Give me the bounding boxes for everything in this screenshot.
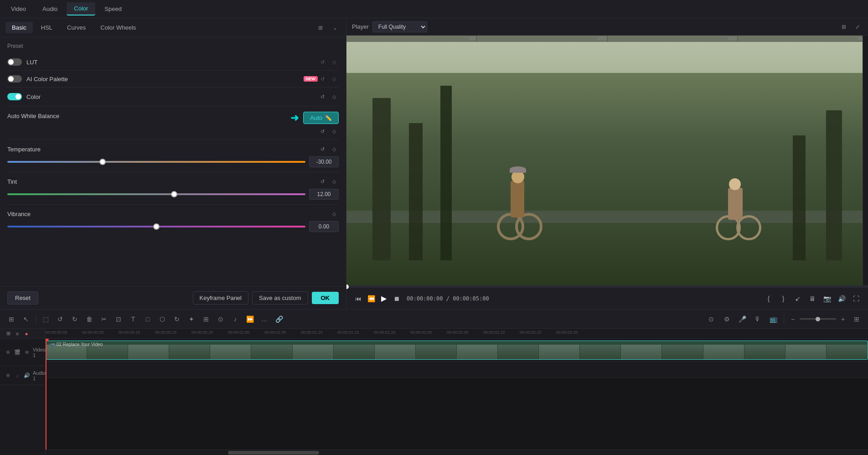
vibrance-thumb[interactable] <box>153 223 160 230</box>
video-track-mute-icon[interactable]: 👁 <box>23 348 31 357</box>
crop-icon[interactable]: ⊡ <box>112 312 125 326</box>
tab-audio[interactable]: Audio <box>35 3 65 15</box>
undo-icon[interactable]: ↺ <box>53 312 67 326</box>
tint-reset-icon[interactable]: ↺ <box>318 177 327 186</box>
timeline-scroll[interactable] <box>46 450 868 455</box>
temperature-thumb[interactable] <box>99 159 106 165</box>
subtab-color-wheels[interactable]: Color Wheels <box>94 22 142 33</box>
ai-reset-icon[interactable]: ↺ <box>318 74 327 83</box>
keyframe-panel-button[interactable]: Keyframe Panel <box>193 291 249 305</box>
filter-icon[interactable]: ⊙ <box>214 312 227 326</box>
insert-icon[interactable]: ↙ <box>791 292 804 305</box>
audio-track-media-icon[interactable]: ♪ <box>13 372 21 380</box>
frame-back-button[interactable]: ⏪ <box>365 292 377 305</box>
track-record-icon[interactable]: ● <box>22 329 31 338</box>
transition-icon[interactable]: ⊞ <box>199 312 213 326</box>
subtab-hsl[interactable]: HSL <box>35 22 59 33</box>
audio-icon[interactable]: ♪ <box>228 312 242 326</box>
video-clip[interactable]: 📹 02 Replace Your Video <box>46 341 868 360</box>
snapshot-icon[interactable]: 📷 <box>821 292 833 305</box>
mark-in-icon[interactable]: { <box>762 292 775 305</box>
temperature-track[interactable] <box>7 161 305 163</box>
track-add-icon[interactable]: ⊞ <box>4 329 13 338</box>
vibrance-value[interactable]: 0.00 <box>309 221 339 232</box>
vibrance-track[interactable] <box>7 226 305 228</box>
awb-diamond-icon[interactable]: ◇ <box>330 127 339 136</box>
grid-icon[interactable]: ⊞ <box>5 312 18 326</box>
lut-settings-icon[interactable]: ◇ <box>330 57 339 67</box>
tint-diamond-icon[interactable]: ◇ <box>330 177 339 186</box>
tab-speed[interactable]: Speed <box>97 3 129 15</box>
zoom-slider[interactable] <box>800 318 836 320</box>
fullscreen-icon[interactable]: ⛶ <box>850 292 863 305</box>
vibrance-diamond-icon[interactable]: ◇ <box>330 209 339 218</box>
temperature-reset-icon[interactable]: ↺ <box>318 145 327 154</box>
voice-icon[interactable]: 🎙 <box>751 312 765 326</box>
tint-value[interactable]: 12.00 <box>309 189 339 200</box>
audio-track-add-icon[interactable]: ⊕ <box>4 372 12 380</box>
marquee-icon[interactable]: ⬚ <box>39 312 52 326</box>
tab-color[interactable]: Color <box>67 2 95 16</box>
clip-thumb-11 <box>457 345 498 360</box>
screen-icon[interactable]: 📺 <box>766 312 780 326</box>
quality-select[interactable]: Full Quality Half Quality Quarter Qualit… <box>372 21 427 32</box>
shape-icon[interactable]: □ <box>141 312 155 326</box>
ok-button[interactable]: OK <box>312 292 339 304</box>
awb-reset-icon[interactable]: ↺ <box>318 127 327 136</box>
grid-view-icon[interactable]: ⊞ <box>839 22 849 32</box>
audio-track-mute-icon[interactable]: 🔊 <box>23 372 31 380</box>
marker-icon[interactable]: ⊙ <box>704 312 718 326</box>
timeline-playhead[interactable] <box>46 339 46 450</box>
ai-color-toggle[interactable] <box>7 75 22 83</box>
lut-toggle[interactable] <box>7 58 22 66</box>
volume-icon[interactable]: 🔊 <box>835 292 848 305</box>
split-icon[interactable]: ✂ <box>97 312 111 326</box>
temperature-diamond-icon[interactable]: ◇ <box>330 145 339 154</box>
monitor-icon[interactable]: 🖥 <box>806 292 819 305</box>
tint-track[interactable] <box>7 193 305 195</box>
play-button[interactable]: ▶ <box>377 292 390 305</box>
rotate-icon[interactable]: ↻ <box>170 312 184 326</box>
ai-settings-icon[interactable]: ◇ <box>330 74 339 83</box>
temperature-value[interactable]: -30.00 <box>309 156 339 167</box>
effect-icon[interactable]: ✦ <box>185 312 198 326</box>
redo-icon[interactable]: ↻ <box>68 312 82 326</box>
track-seq-icon[interactable]: ≡ <box>13 329 22 338</box>
video-track-media-icon[interactable]: 🎬 <box>13 348 21 357</box>
select-icon[interactable]: ↖ <box>19 312 33 326</box>
sticker-icon[interactable]: ⬡ <box>155 312 169 326</box>
panel-view-icon[interactable]: ⊞ <box>315 22 326 33</box>
text-icon[interactable]: T <box>126 312 140 326</box>
right-scroll-bar[interactable] <box>863 36 868 285</box>
reset-button[interactable]: Reset <box>7 291 38 305</box>
timeline-ruler[interactable]: 00:00:00:00 00:00:00:05 00:00:00:10 00:0… <box>46 329 868 339</box>
mark-out-icon[interactable]: } <box>777 292 790 305</box>
zoom-in-btn[interactable]: + <box>838 314 848 324</box>
settings-icon[interactable]: ⚙ <box>720 312 734 326</box>
panel-toggle-icon[interactable]: ⌄ <box>330 22 341 33</box>
scroll-thumb[interactable] <box>228 451 319 455</box>
progress-bar[interactable] <box>346 286 868 288</box>
more-icon[interactable]: … <box>258 312 271 326</box>
zoom-out-btn[interactable]: − <box>788 314 798 324</box>
subtab-curves[interactable]: Curves <box>61 22 92 33</box>
grid-layout-icon[interactable]: ⊞ <box>850 312 863 326</box>
mic-icon[interactable]: 🎤 <box>735 312 749 326</box>
color-toggle[interactable] <box>7 93 22 100</box>
speed-icon[interactable]: ⏩ <box>243 312 257 326</box>
auto-button[interactable]: Auto ✏️ <box>303 112 339 124</box>
color-reset-icon[interactable]: ↺ <box>318 92 327 101</box>
save-custom-button[interactable]: Save as custom <box>252 291 308 305</box>
zoom-thumb[interactable] <box>816 317 820 321</box>
lut-reset-icon[interactable]: ↺ <box>318 57 327 67</box>
tint-thumb[interactable] <box>171 191 177 197</box>
stop-button[interactable]: ⏹ <box>390 292 403 305</box>
skip-back-button[interactable]: ⏮ <box>352 292 365 305</box>
color-settings-icon[interactable]: ◇ <box>330 92 339 101</box>
video-track-add-icon[interactable]: ⊕ <box>4 348 12 357</box>
link-icon[interactable]: 🔗 <box>272 312 286 326</box>
maximize-icon[interactable]: ⤢ <box>852 22 863 32</box>
subtab-basic[interactable]: Basic <box>5 22 33 33</box>
delete-icon[interactable]: 🗑 <box>83 312 96 326</box>
tab-video[interactable]: Video <box>4 3 33 15</box>
